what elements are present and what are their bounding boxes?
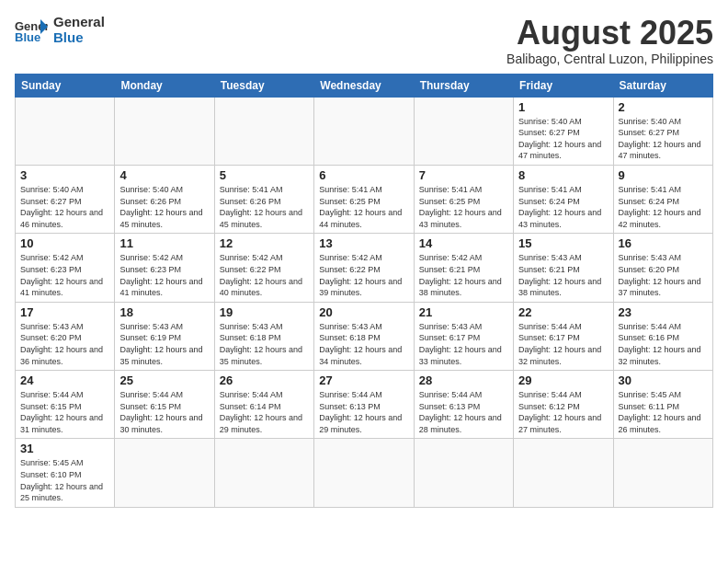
- calendar-cell: 22Sunrise: 5:44 AM Sunset: 6:17 PM Dayli…: [514, 302, 613, 370]
- calendar-cell: 31Sunrise: 5:45 AM Sunset: 6:10 PM Dayli…: [16, 439, 115, 507]
- day-info: Sunrise: 5:43 AM Sunset: 6:18 PM Dayligh…: [319, 321, 408, 367]
- calendar-week-row: 1Sunrise: 5:40 AM Sunset: 6:27 PM Daylig…: [16, 97, 713, 165]
- day-info: Sunrise: 5:40 AM Sunset: 6:27 PM Dayligh…: [518, 116, 608, 162]
- calendar-cell: 16Sunrise: 5:43 AM Sunset: 6:20 PM Dayli…: [613, 234, 712, 302]
- day-number: 6: [319, 168, 408, 182]
- day-info: Sunrise: 5:43 AM Sunset: 6:18 PM Dayligh…: [220, 321, 309, 367]
- calendar-cell: [214, 97, 313, 165]
- day-info: Sunrise: 5:42 AM Sunset: 6:21 PM Dayligh…: [419, 252, 508, 298]
- day-number: 11: [119, 236, 209, 250]
- day-info: Sunrise: 5:42 AM Sunset: 6:23 PM Dayligh…: [20, 252, 109, 298]
- day-info: Sunrise: 5:44 AM Sunset: 6:15 PM Dayligh…: [20, 389, 109, 435]
- day-number: 23: [619, 305, 708, 319]
- calendar-cell: 24Sunrise: 5:44 AM Sunset: 6:15 PM Dayli…: [16, 371, 115, 439]
- day-number: 19: [220, 305, 309, 319]
- day-info: Sunrise: 5:42 AM Sunset: 6:22 PM Dayligh…: [319, 252, 408, 298]
- calendar-cell: [314, 439, 414, 507]
- calendar-cell: 7Sunrise: 5:41 AM Sunset: 6:25 PM Daylig…: [414, 165, 513, 233]
- day-number: 9: [619, 168, 708, 182]
- day-number: 8: [518, 168, 608, 182]
- calendar-cell: 25Sunrise: 5:44 AM Sunset: 6:15 PM Dayli…: [115, 371, 214, 439]
- day-number: 13: [319, 236, 408, 250]
- day-number: 29: [518, 373, 608, 387]
- day-header-friday: Friday: [514, 74, 613, 97]
- calendar-week-row: 3Sunrise: 5:40 AM Sunset: 6:27 PM Daylig…: [16, 165, 713, 233]
- day-number: 26: [220, 373, 309, 387]
- day-number: 10: [20, 236, 109, 250]
- svg-text:Blue: Blue: [15, 30, 40, 43]
- page-subtitle: Balibago, Central Luzon, Philippines: [506, 52, 713, 66]
- calendar-cell: 4Sunrise: 5:40 AM Sunset: 6:26 PM Daylig…: [115, 165, 214, 233]
- day-number: 20: [319, 305, 408, 319]
- day-info: Sunrise: 5:42 AM Sunset: 6:22 PM Dayligh…: [220, 252, 309, 298]
- calendar-cell: 19Sunrise: 5:43 AM Sunset: 6:18 PM Dayli…: [214, 302, 313, 370]
- day-number: 22: [518, 305, 608, 319]
- day-header-sunday: Sunday: [16, 74, 115, 97]
- day-info: Sunrise: 5:44 AM Sunset: 6:13 PM Dayligh…: [319, 389, 408, 435]
- calendar-cell: [214, 439, 313, 507]
- day-info: Sunrise: 5:44 AM Sunset: 6:15 PM Dayligh…: [119, 389, 209, 435]
- calendar-cell: [115, 97, 214, 165]
- calendar-cell: [613, 439, 712, 507]
- day-info: Sunrise: 5:45 AM Sunset: 6:10 PM Dayligh…: [20, 457, 109, 503]
- day-info: Sunrise: 5:44 AM Sunset: 6:16 PM Dayligh…: [619, 321, 708, 367]
- day-info: Sunrise: 5:41 AM Sunset: 6:24 PM Dayligh…: [518, 184, 608, 230]
- day-info: Sunrise: 5:41 AM Sunset: 6:26 PM Dayligh…: [220, 184, 309, 230]
- day-number: 3: [20, 168, 109, 182]
- calendar-week-row: 17Sunrise: 5:43 AM Sunset: 6:20 PM Dayli…: [16, 302, 713, 370]
- calendar-cell: [314, 97, 414, 165]
- calendar-cell: 5Sunrise: 5:41 AM Sunset: 6:26 PM Daylig…: [214, 165, 313, 233]
- day-number: 21: [419, 305, 508, 319]
- day-number: 12: [220, 236, 309, 250]
- day-info: Sunrise: 5:43 AM Sunset: 6:19 PM Dayligh…: [119, 321, 209, 367]
- day-info: Sunrise: 5:41 AM Sunset: 6:25 PM Dayligh…: [319, 184, 408, 230]
- day-info: Sunrise: 5:44 AM Sunset: 6:14 PM Dayligh…: [220, 389, 309, 435]
- day-info: Sunrise: 5:43 AM Sunset: 6:21 PM Dayligh…: [518, 252, 608, 298]
- day-number: 24: [20, 373, 109, 387]
- calendar-cell: 10Sunrise: 5:42 AM Sunset: 6:23 PM Dayli…: [16, 234, 115, 302]
- calendar-cell: 18Sunrise: 5:43 AM Sunset: 6:19 PM Dayli…: [115, 302, 214, 370]
- day-header-monday: Monday: [115, 74, 214, 97]
- calendar-week-row: 24Sunrise: 5:44 AM Sunset: 6:15 PM Dayli…: [16, 371, 713, 439]
- day-number: 2: [619, 100, 708, 114]
- calendar-cell: 23Sunrise: 5:44 AM Sunset: 6:16 PM Dayli…: [613, 302, 712, 370]
- day-number: 30: [619, 373, 708, 387]
- logo-general-text: General: [53, 15, 105, 30]
- calendar-cell: 28Sunrise: 5:44 AM Sunset: 6:13 PM Dayli…: [414, 371, 513, 439]
- day-number: 14: [419, 236, 508, 250]
- day-header-saturday: Saturday: [613, 74, 712, 97]
- calendar-cell: 8Sunrise: 5:41 AM Sunset: 6:24 PM Daylig…: [514, 165, 613, 233]
- day-info: Sunrise: 5:40 AM Sunset: 6:27 PM Dayligh…: [619, 116, 708, 162]
- title-area: August 2025 Balibago, Central Luzon, Phi…: [506, 15, 713, 66]
- day-number: 18: [119, 305, 209, 319]
- day-number: 31: [20, 442, 109, 455]
- day-info: Sunrise: 5:41 AM Sunset: 6:24 PM Dayligh…: [619, 184, 708, 230]
- day-header-tuesday: Tuesday: [214, 74, 313, 97]
- page-header: General Blue General Blue August 2025 Ba…: [15, 15, 713, 66]
- day-header-thursday: Thursday: [414, 74, 513, 97]
- day-info: Sunrise: 5:40 AM Sunset: 6:26 PM Dayligh…: [119, 184, 209, 230]
- calendar-cell: 15Sunrise: 5:43 AM Sunset: 6:21 PM Dayli…: [514, 234, 613, 302]
- day-number: 7: [419, 168, 508, 182]
- calendar-header-row: SundayMondayTuesdayWednesdayThursdayFrid…: [16, 74, 713, 97]
- day-info: Sunrise: 5:42 AM Sunset: 6:23 PM Dayligh…: [119, 252, 209, 298]
- logo: General Blue General Blue: [15, 15, 105, 45]
- calendar-cell: 20Sunrise: 5:43 AM Sunset: 6:18 PM Dayli…: [314, 302, 414, 370]
- day-number: 1: [518, 100, 608, 114]
- day-number: 15: [518, 236, 608, 250]
- calendar-cell: 29Sunrise: 5:44 AM Sunset: 6:12 PM Dayli…: [514, 371, 613, 439]
- logo-blue-text: Blue: [53, 30, 105, 46]
- calendar-week-row: 31Sunrise: 5:45 AM Sunset: 6:10 PM Dayli…: [16, 439, 713, 507]
- calendar-cell: 26Sunrise: 5:44 AM Sunset: 6:14 PM Dayli…: [214, 371, 313, 439]
- calendar-cell: 1Sunrise: 5:40 AM Sunset: 6:27 PM Daylig…: [514, 97, 613, 165]
- calendar-cell: 14Sunrise: 5:42 AM Sunset: 6:21 PM Dayli…: [414, 234, 513, 302]
- day-number: 25: [119, 373, 209, 387]
- calendar-cell: 2Sunrise: 5:40 AM Sunset: 6:27 PM Daylig…: [613, 97, 712, 165]
- calendar-cell: 11Sunrise: 5:42 AM Sunset: 6:23 PM Dayli…: [115, 234, 214, 302]
- day-number: 17: [20, 305, 109, 319]
- calendar-week-row: 10Sunrise: 5:42 AM Sunset: 6:23 PM Dayli…: [16, 234, 713, 302]
- day-info: Sunrise: 5:44 AM Sunset: 6:17 PM Dayligh…: [518, 321, 608, 367]
- calendar-cell: [514, 439, 613, 507]
- calendar-cell: [414, 97, 513, 165]
- calendar-cell: 3Sunrise: 5:40 AM Sunset: 6:27 PM Daylig…: [16, 165, 115, 233]
